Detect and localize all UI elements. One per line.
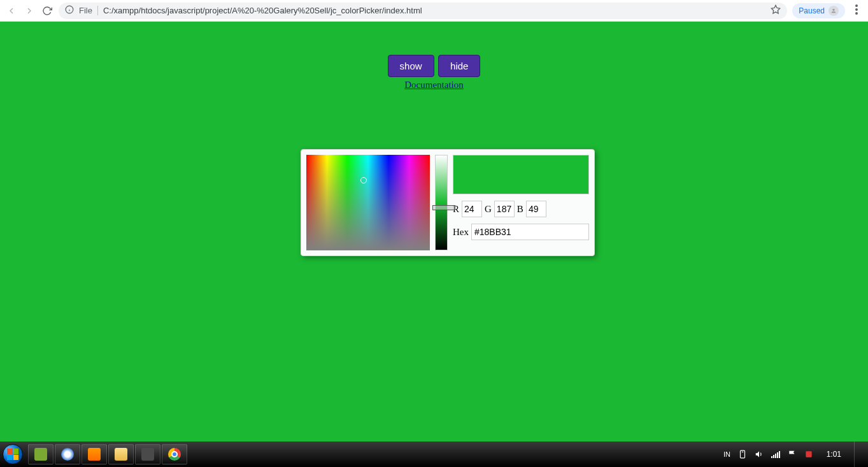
browser-menu-button[interactable] [850,4,863,17]
separator [97,6,98,15]
taskbar-app-1[interactable] [28,444,53,464]
windows-logo-icon [3,444,23,464]
show-button[interactable]: show [388,55,434,77]
volume-icon[interactable] [755,450,764,459]
site-info-icon[interactable] [65,5,74,16]
browser-toolbar: File C:/xampp/htdocs/javascript/project/… [0,0,868,22]
taskbar-app-chrome[interactable] [162,444,187,464]
r-input[interactable] [462,201,482,217]
hue-saturation-panel[interactable] [306,155,430,250]
clock[interactable]: 1:01 [821,450,841,459]
taskbar-app-3[interactable] [82,444,107,464]
paused-label: Paused [799,6,825,15]
svg-point-4 [832,8,834,10]
taskbar-app-explorer[interactable] [108,444,134,464]
bookmark-star-icon[interactable] [771,4,781,17]
back-button[interactable] [5,4,18,17]
svg-point-5 [855,4,858,7]
documentation-link[interactable]: Documentation [0,80,868,90]
flag-icon[interactable] [788,450,797,459]
b-input[interactable] [526,201,546,217]
g-input[interactable] [494,201,515,217]
forward-button[interactable] [23,4,36,17]
taskbar-app-2[interactable] [55,444,80,464]
start-button[interactable] [0,442,25,467]
hex-row: Hex [453,224,589,240]
url-scheme-label: File [79,6,92,15]
task-items [28,444,187,464]
address-bar[interactable]: File C:/xampp/htdocs/javascript/project/… [59,3,787,19]
sat-cursor-icon [360,177,367,183]
lightness-handle-icon [432,205,455,210]
profile-paused-pill[interactable]: Paused [792,3,845,18]
hide-button[interactable]: hide [438,55,480,77]
reload-button[interactable] [41,4,53,17]
b-label: B [517,204,523,215]
svg-marker-3 [772,5,780,13]
svg-point-6 [855,8,858,11]
g-label: G [485,204,492,215]
system-tray: IN 1:01 [723,442,868,467]
hex-input[interactable] [471,224,589,240]
color-picker-panel: R G B Hex [301,149,595,256]
taskbar: IN 1:01 [0,442,868,467]
picker-right-column: R G B Hex [453,155,589,250]
color-swatch [453,155,589,194]
language-indicator[interactable]: IN [723,450,730,458]
show-desktop-button[interactable] [854,442,860,467]
power-icon[interactable] [738,450,747,459]
security-icon[interactable] [804,450,813,459]
hex-label: Hex [453,227,469,238]
rgb-row: R G B [453,201,589,217]
top-controls: show hide Documentation [0,55,868,90]
taskbar-app-sublime[interactable] [135,444,160,464]
network-icon[interactable] [771,450,780,458]
svg-marker-10 [756,451,759,457]
url-text: C:/xampp/htdocs/javascript/project/A%20-… [103,6,422,15]
avatar-icon [829,6,839,16]
svg-rect-11 [806,451,811,457]
page-body: show hide Documentation R G B Hex [0,22,868,442]
svg-point-7 [855,12,858,15]
lightness-slider[interactable] [435,155,448,250]
